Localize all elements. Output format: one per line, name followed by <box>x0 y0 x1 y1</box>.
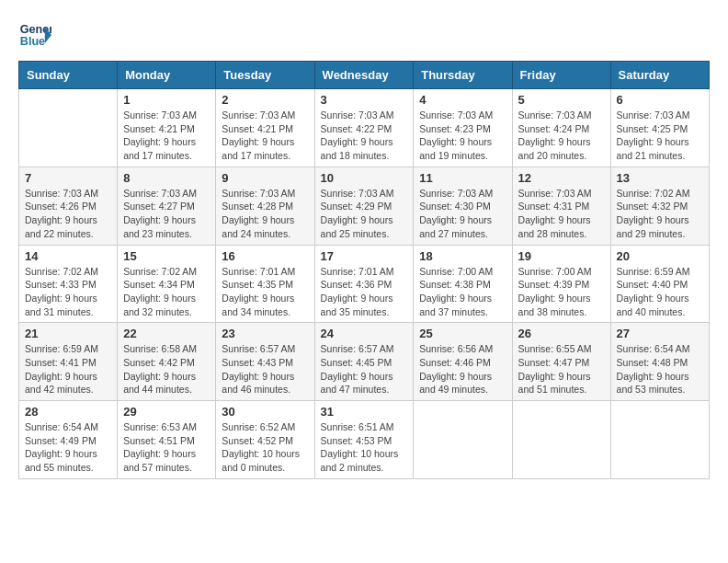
column-header-saturday: Saturday <box>610 62 709 89</box>
day-number: 5 <box>518 93 605 107</box>
day-number: 27 <box>617 327 703 340</box>
calendar-cell: 28Sunrise: 6:54 AMSunset: 4:49 PMDayligh… <box>19 401 118 479</box>
day-info: Sunrise: 6:55 AMSunset: 4:47 PMDaylight:… <box>518 342 605 396</box>
day-number: 26 <box>518 327 605 340</box>
calendar-cell: 15Sunrise: 7:02 AMSunset: 4:34 PMDayligh… <box>118 245 216 323</box>
day-number: 31 <box>321 405 408 419</box>
day-info: Sunrise: 6:52 AMSunset: 4:52 PMDaylight:… <box>222 420 308 475</box>
calendar-cell: 20Sunrise: 6:59 AMSunset: 4:40 PMDayligh… <box>610 245 709 323</box>
calendar-cell: 24Sunrise: 6:57 AMSunset: 4:45 PMDayligh… <box>314 323 414 401</box>
day-number: 29 <box>123 405 210 419</box>
day-number: 15 <box>123 249 210 263</box>
calendar-cell: 5Sunrise: 7:03 AMSunset: 4:24 PMDaylight… <box>512 89 610 167</box>
day-number: 16 <box>222 249 308 263</box>
calendar-cell: 29Sunrise: 6:53 AMSunset: 4:51 PMDayligh… <box>118 401 216 479</box>
day-number: 14 <box>25 249 111 263</box>
calendar-week-5: 28Sunrise: 6:54 AMSunset: 4:49 PMDayligh… <box>19 401 710 479</box>
day-number: 19 <box>518 249 605 263</box>
day-info: Sunrise: 6:58 AMSunset: 4:42 PMDaylight:… <box>123 342 210 396</box>
calendar-week-1: 1Sunrise: 7:03 AMSunset: 4:21 PMDaylight… <box>19 89 710 167</box>
day-number: 10 <box>321 171 408 185</box>
day-number: 9 <box>222 171 308 185</box>
calendar-cell: 22Sunrise: 6:58 AMSunset: 4:42 PMDayligh… <box>118 323 216 401</box>
calendar-cell: 4Sunrise: 7:03 AMSunset: 4:23 PMDaylight… <box>414 89 512 167</box>
column-header-wednesday: Wednesday <box>314 62 414 89</box>
calendar-week-3: 14Sunrise: 7:02 AMSunset: 4:33 PMDayligh… <box>19 245 710 323</box>
logo: General Blue <box>18 18 55 52</box>
day-info: Sunrise: 7:03 AMSunset: 4:26 PMDaylight:… <box>25 187 111 241</box>
day-info: Sunrise: 7:03 AMSunset: 4:25 PMDaylight:… <box>617 109 703 163</box>
day-info: Sunrise: 7:03 AMSunset: 4:23 PMDaylight:… <box>419 109 506 163</box>
day-number: 28 <box>25 405 111 419</box>
calendar-cell: 8Sunrise: 7:03 AMSunset: 4:27 PMDaylight… <box>118 167 216 245</box>
day-info: Sunrise: 7:03 AMSunset: 4:21 PMDaylight:… <box>123 109 210 163</box>
day-info: Sunrise: 6:53 AMSunset: 4:51 PMDaylight:… <box>123 420 210 475</box>
calendar-cell <box>512 401 610 479</box>
day-info: Sunrise: 7:03 AMSunset: 4:30 PMDaylight:… <box>419 187 506 241</box>
day-number: 6 <box>617 93 703 107</box>
day-info: Sunrise: 6:54 AMSunset: 4:49 PMDaylight:… <box>25 420 111 475</box>
day-info: Sunrise: 7:00 AMSunset: 4:38 PMDaylight:… <box>419 265 506 319</box>
calendar-cell: 7Sunrise: 7:03 AMSunset: 4:26 PMDaylight… <box>19 167 118 245</box>
calendar-cell: 23Sunrise: 6:57 AMSunset: 4:43 PMDayligh… <box>216 323 314 401</box>
day-number: 13 <box>617 171 703 185</box>
calendar-cell: 16Sunrise: 7:01 AMSunset: 4:35 PMDayligh… <box>216 245 314 323</box>
day-info: Sunrise: 7:00 AMSunset: 4:39 PMDaylight:… <box>518 265 605 319</box>
day-number: 11 <box>419 171 506 185</box>
day-info: Sunrise: 7:03 AMSunset: 4:22 PMDaylight:… <box>321 109 408 163</box>
day-info: Sunrise: 7:01 AMSunset: 4:35 PMDaylight:… <box>222 265 308 319</box>
column-header-thursday: Thursday <box>414 62 512 89</box>
calendar-cell: 9Sunrise: 7:03 AMSunset: 4:28 PMDaylight… <box>216 167 314 245</box>
calendar-cell: 18Sunrise: 7:00 AMSunset: 4:38 PMDayligh… <box>414 245 512 323</box>
day-info: Sunrise: 6:54 AMSunset: 4:48 PMDaylight:… <box>617 342 703 396</box>
logo-icon: General Blue <box>18 18 51 52</box>
calendar-cell: 12Sunrise: 7:03 AMSunset: 4:31 PMDayligh… <box>512 167 610 245</box>
page-header: General Blue <box>18 18 710 52</box>
day-number: 22 <box>123 327 210 340</box>
column-header-monday: Monday <box>118 62 216 89</box>
day-info: Sunrise: 7:03 AMSunset: 4:31 PMDaylight:… <box>518 187 605 241</box>
day-number: 3 <box>321 93 408 107</box>
day-info: Sunrise: 7:02 AMSunset: 4:33 PMDaylight:… <box>25 265 111 319</box>
day-number: 30 <box>222 405 308 419</box>
calendar-cell: 30Sunrise: 6:52 AMSunset: 4:52 PMDayligh… <box>216 401 314 479</box>
calendar-cell: 14Sunrise: 7:02 AMSunset: 4:33 PMDayligh… <box>19 245 118 323</box>
day-number: 12 <box>518 171 605 185</box>
calendar-cell: 26Sunrise: 6:55 AMSunset: 4:47 PMDayligh… <box>512 323 610 401</box>
day-number: 1 <box>123 93 210 107</box>
calendar-cell <box>414 401 512 479</box>
calendar-cell: 11Sunrise: 7:03 AMSunset: 4:30 PMDayligh… <box>414 167 512 245</box>
calendar-cell: 1Sunrise: 7:03 AMSunset: 4:21 PMDaylight… <box>118 89 216 167</box>
calendar-cell: 6Sunrise: 7:03 AMSunset: 4:25 PMDaylight… <box>610 89 709 167</box>
day-number: 18 <box>419 249 506 263</box>
calendar-cell: 3Sunrise: 7:03 AMSunset: 4:22 PMDaylight… <box>314 89 414 167</box>
calendar-week-2: 7Sunrise: 7:03 AMSunset: 4:26 PMDaylight… <box>19 167 710 245</box>
column-header-friday: Friday <box>512 62 610 89</box>
calendar-header-row: SundayMondayTuesdayWednesdayThursdayFrid… <box>19 62 710 89</box>
calendar-cell: 2Sunrise: 7:03 AMSunset: 4:21 PMDaylight… <box>216 89 314 167</box>
day-info: Sunrise: 7:02 AMSunset: 4:34 PMDaylight:… <box>123 265 210 319</box>
day-number: 23 <box>222 327 308 340</box>
calendar-cell <box>19 89 118 167</box>
day-info: Sunrise: 7:03 AMSunset: 4:24 PMDaylight:… <box>518 109 605 163</box>
calendar-cell: 10Sunrise: 7:03 AMSunset: 4:29 PMDayligh… <box>314 167 414 245</box>
column-header-tuesday: Tuesday <box>216 62 314 89</box>
day-number: 20 <box>617 249 703 263</box>
day-info: Sunrise: 7:03 AMSunset: 4:21 PMDaylight:… <box>222 109 308 163</box>
svg-text:Blue: Blue <box>20 35 45 48</box>
day-info: Sunrise: 6:59 AMSunset: 4:41 PMDaylight:… <box>25 342 111 396</box>
calendar-cell: 27Sunrise: 6:54 AMSunset: 4:48 PMDayligh… <box>610 323 709 401</box>
calendar-table: SundayMondayTuesdayWednesdayThursdayFrid… <box>18 61 710 479</box>
calendar-cell: 21Sunrise: 6:59 AMSunset: 4:41 PMDayligh… <box>19 323 118 401</box>
calendar-cell: 31Sunrise: 6:51 AMSunset: 4:53 PMDayligh… <box>314 401 414 479</box>
day-info: Sunrise: 7:03 AMSunset: 4:27 PMDaylight:… <box>123 187 210 241</box>
day-info: Sunrise: 6:57 AMSunset: 4:45 PMDaylight:… <box>321 342 408 396</box>
day-number: 7 <box>25 171 111 185</box>
calendar-cell: 25Sunrise: 6:56 AMSunset: 4:46 PMDayligh… <box>414 323 512 401</box>
day-number: 24 <box>321 327 408 340</box>
day-number: 17 <box>321 249 408 263</box>
day-info: Sunrise: 7:03 AMSunset: 4:28 PMDaylight:… <box>222 187 308 241</box>
column-header-sunday: Sunday <box>19 62 118 89</box>
day-info: Sunrise: 7:01 AMSunset: 4:36 PMDaylight:… <box>321 265 408 319</box>
day-number: 21 <box>25 327 111 340</box>
